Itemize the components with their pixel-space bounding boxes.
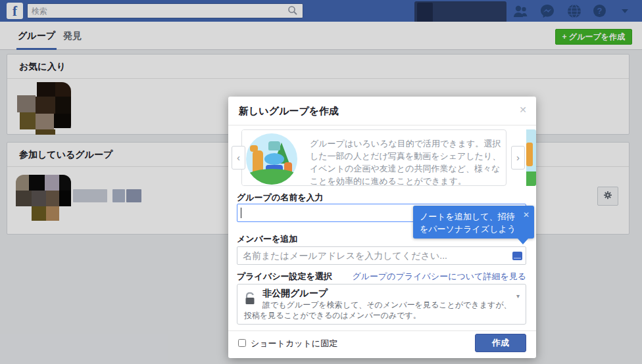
tooltip-close-icon[interactable]: ✕ <box>523 210 530 219</box>
dropdown-caret-icon: ▾ <box>516 292 520 300</box>
members-input[interactable] <box>237 246 526 265</box>
privacy-option-description: 誰でもグループを検索して、そのメンバーを見ることができますが、投稿を見ることがで… <box>244 300 519 321</box>
privacy-selector[interactable]: 非公開グループ 誰でもグループを検索して、そのメンバーを見ることができますが、投… <box>237 284 526 325</box>
privacy-learn-more-link[interactable]: グループのプライバシーについて詳細を見る <box>352 271 526 283</box>
pin-shortcut-checkbox[interactable] <box>238 339 246 347</box>
carousel-slide: グループはいろいろな目的で活用できます。選択した一部の人とだけ写真を動画をシェア… <box>241 129 506 186</box>
divider <box>228 330 536 331</box>
carousel-next-icon[interactable]: › <box>511 146 525 170</box>
note-icon[interactable] <box>512 252 522 260</box>
modal-close-icon[interactable]: ✕ <box>519 104 527 115</box>
pin-shortcut-label: ショートカットに固定 <box>251 338 337 350</box>
members-label: メンバーを追加 <box>237 233 297 245</box>
note-tooltip: ノートを追加して、招待をパーソナライズしよう ✕ <box>413 206 534 239</box>
carousel-prev-icon[interactable]: ‹ <box>232 146 245 170</box>
privacy-option-title: 非公開グループ <box>262 288 328 300</box>
create-button[interactable]: 作成 <box>475 334 526 352</box>
carousel-description: グループはいろいろな目的で活用できます。選択した一部の人とだけ写真を動画をシェア… <box>310 137 502 186</box>
group-illustration <box>242 130 300 186</box>
text-caret <box>241 208 241 218</box>
modal-title: 新しいグループを作成 <box>239 105 339 118</box>
tooltip-text: ノートを追加して、招待をパーソナライズしよう <box>420 210 517 235</box>
facebook-groups-page: f ? グループ 発見 + グループを作成 <box>0 0 642 364</box>
tooltip-arrow <box>518 239 528 244</box>
privacy-label: プライバシー設定を選択 <box>237 271 332 283</box>
create-group-modal: 新しいグループを作成 ✕ グループはいろいろな目的で活用できます。選択した一部の… <box>228 97 536 358</box>
carousel-next-slide-preview <box>526 129 536 186</box>
group-name-label: グループの名前を入力 <box>237 192 324 204</box>
divider <box>228 125 536 125</box>
